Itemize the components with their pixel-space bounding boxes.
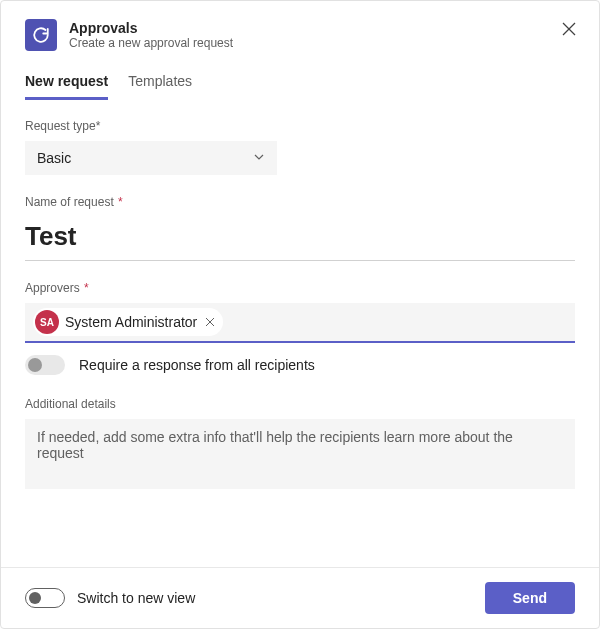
tab-templates[interactable]: Templates xyxy=(128,69,192,100)
request-type-value: Basic xyxy=(37,150,71,166)
form-scroll-area[interactable]: Request type* Basic Name of request * Ap… xyxy=(1,101,599,567)
name-field: Name of request * xyxy=(25,195,575,261)
name-label: Name of request * xyxy=(25,195,575,209)
approvals-icon xyxy=(25,19,57,51)
name-label-text: Name of request xyxy=(25,195,117,209)
header-row: Approvals Create a new approval request xyxy=(25,19,575,51)
approvers-field: Approvers * SA System Administrator xyxy=(25,281,575,343)
remove-approver-icon[interactable] xyxy=(205,315,215,330)
dialog-subtitle: Create a new approval request xyxy=(69,36,233,50)
approvers-label-text: Approvers xyxy=(25,281,83,295)
name-input[interactable] xyxy=(25,217,575,261)
additional-details-label: Additional details xyxy=(25,397,575,411)
dialog-footer: Switch to new view Send xyxy=(1,567,599,628)
request-type-label: Request type* xyxy=(25,119,575,133)
tab-new-request[interactable]: New request xyxy=(25,69,108,100)
switch-view-row: Switch to new view xyxy=(25,588,195,608)
toggle-knob xyxy=(28,358,42,372)
chevron-down-icon xyxy=(253,150,265,166)
require-response-row: Require a response from all recipients xyxy=(25,355,575,375)
title-block: Approvals Create a new approval request xyxy=(69,20,233,50)
approver-chip[interactable]: SA System Administrator xyxy=(33,308,223,336)
approvers-label: Approvers * xyxy=(25,281,575,295)
require-response-label: Require a response from all recipients xyxy=(79,357,315,373)
avatar: SA xyxy=(35,310,59,334)
close-button[interactable] xyxy=(555,17,583,45)
approver-name: System Administrator xyxy=(65,314,197,330)
send-button[interactable]: Send xyxy=(485,582,575,614)
dialog-title: Approvals xyxy=(69,20,233,36)
approvers-input[interactable]: SA System Administrator xyxy=(25,303,575,343)
close-icon xyxy=(562,22,576,40)
toggle-knob xyxy=(29,592,41,604)
additional-details-input[interactable] xyxy=(25,419,575,489)
required-marker: * xyxy=(118,195,123,209)
switch-view-label: Switch to new view xyxy=(77,590,195,606)
approvals-dialog: Approvals Create a new approval request … xyxy=(0,0,600,629)
request-type-select[interactable]: Basic xyxy=(25,141,277,175)
switch-view-toggle[interactable] xyxy=(25,588,65,608)
additional-details-field: Additional details xyxy=(25,397,575,493)
dialog-header: Approvals Create a new approval request … xyxy=(1,1,599,101)
request-type-field: Request type* Basic xyxy=(25,119,575,175)
require-response-toggle[interactable] xyxy=(25,355,65,375)
tabs: New request Templates xyxy=(25,69,575,101)
required-marker: * xyxy=(84,281,89,295)
